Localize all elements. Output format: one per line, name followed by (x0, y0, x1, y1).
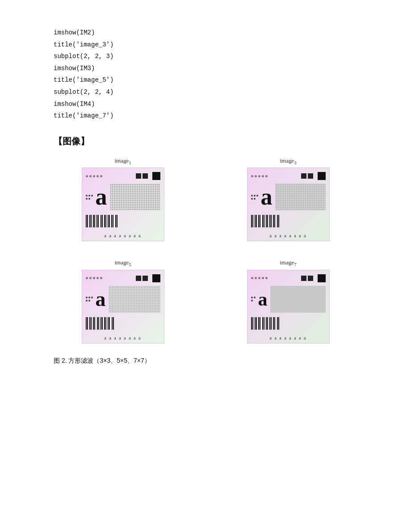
bar (117, 215, 117, 227)
d (88, 297, 90, 298)
sq-large (318, 172, 326, 180)
big-letter-a-3: a (96, 289, 106, 310)
code-line-7: imshow(IM4) (54, 98, 357, 110)
sq (301, 276, 306, 281)
middle-1: a (86, 181, 160, 213)
code-line-3: subplot(2, 2, 3) (54, 50, 357, 63)
big-letter-a-2: a (261, 185, 273, 209)
code-line-2: title('image_3') (54, 39, 357, 51)
d4 (86, 198, 88, 200)
test-image-1: a (82, 168, 164, 241)
d (86, 300, 88, 302)
dot-row (86, 297, 93, 298)
sq-large (318, 274, 326, 282)
dot-row-1 (86, 195, 93, 197)
bar (103, 215, 104, 227)
dot (251, 277, 253, 279)
d (256, 195, 258, 197)
dot-row (251, 300, 256, 302)
dots-left-2 (251, 195, 258, 200)
dot-row (251, 198, 258, 200)
image-cell-4: image7 (219, 259, 357, 343)
d (251, 297, 253, 298)
dots-left-3 (86, 297, 93, 302)
sq-large-1 (152, 172, 160, 180)
bar (111, 215, 112, 227)
code-line-4: imshow(IM3) (54, 63, 357, 75)
d1 (86, 195, 88, 197)
bar (104, 215, 105, 227)
bottom-text-4: a a a a a a a a (249, 335, 327, 340)
d (86, 297, 88, 298)
top-row-2 (251, 172, 326, 180)
sq-large (152, 274, 160, 282)
dot-row (251, 297, 256, 298)
bar (101, 215, 101, 227)
bottom-text-3: a a a a a a a a (84, 335, 162, 340)
code-line-5: title('image_5') (54, 74, 357, 86)
d (254, 198, 256, 200)
barcode-2 (251, 215, 287, 227)
bar (91, 215, 92, 227)
dot (262, 175, 264, 177)
sq (308, 276, 313, 281)
dot-4 (96, 175, 99, 177)
img-inner-2: a (247, 168, 329, 241)
bar (96, 215, 97, 227)
d (88, 300, 90, 302)
image-cell-3: image5 (54, 259, 192, 343)
d (254, 297, 256, 298)
bar (102, 215, 103, 227)
dot (255, 277, 257, 279)
code-line-6: subplot(2, 2, 4) (54, 86, 357, 98)
bar (89, 215, 90, 227)
section-title: 【图像】 (54, 135, 357, 147)
bar (94, 215, 95, 227)
d3 (91, 195, 93, 197)
image-caption-3: image5 (114, 259, 131, 267)
barcode-3 (86, 317, 122, 330)
bar (108, 215, 109, 227)
barcode-4 (251, 317, 287, 330)
bar (86, 215, 87, 227)
test-image-2: a (247, 168, 330, 241)
bar (88, 215, 89, 227)
bar (92, 215, 92, 227)
bottom-text-1: a a a a a a a a (84, 233, 162, 238)
barcode-1 (86, 215, 122, 227)
figure-caption: 图 2. 方形滤波（3×3、5×5、7×7） (54, 357, 357, 365)
d (251, 300, 253, 302)
noise-2 (275, 184, 326, 210)
dot (251, 175, 253, 177)
bar (109, 215, 110, 227)
bar (110, 215, 111, 227)
dot (96, 277, 99, 279)
big-letter-a-4: a (258, 290, 268, 309)
d (254, 195, 256, 197)
d (251, 198, 253, 200)
image-caption-4: image7 (280, 259, 296, 267)
noise-4 (270, 286, 326, 313)
noise-3 (109, 286, 160, 313)
d2 (88, 195, 90, 197)
bar (93, 215, 94, 227)
dot-2 (89, 175, 92, 177)
dot-1 (86, 175, 88, 177)
top-row-1 (86, 172, 160, 180)
d5 (88, 198, 90, 200)
top-row-3 (86, 274, 160, 283)
bottom-text-2: a a a a a a a a (249, 233, 327, 238)
bar (98, 215, 99, 227)
image-cell-1: image1 (54, 157, 192, 242)
dot-5 (100, 175, 102, 177)
dot-row (86, 300, 93, 302)
bar (114, 215, 115, 227)
dot (258, 175, 260, 177)
sq-1 (136, 173, 141, 179)
dot (93, 277, 95, 279)
bar (115, 215, 116, 227)
image-caption-2: image3 (280, 157, 296, 165)
code-line-8: title('image_7') (54, 110, 357, 122)
dot (89, 277, 92, 279)
middle-3: a (86, 284, 160, 315)
